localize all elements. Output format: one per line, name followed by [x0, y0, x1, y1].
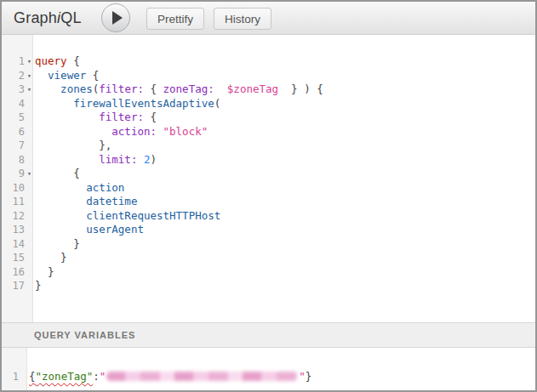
code-text: } — [34, 279, 42, 293]
code-line: 1{"zoneTag":""} — [2, 370, 535, 384]
fold-gutter-spacer — [25, 139, 34, 153]
fold-arrow-icon[interactable]: ▾ — [25, 82, 34, 97]
fold-gutter-spacer — [25, 251, 34, 265]
code-text: query { — [34, 54, 80, 69]
line-number: 6 — [2, 125, 25, 139]
token-pun — [35, 209, 86, 222]
token-pun: } — [35, 251, 67, 264]
token-str: " — [100, 370, 106, 383]
logo-text-ql: QL — [60, 9, 81, 26]
line-number: 4 — [2, 97, 25, 111]
variables-code-lines: 1{"zoneTag":""} — [2, 370, 535, 384]
token-pun — [35, 195, 86, 207]
code-text: action: "block" — [34, 125, 208, 139]
fold-arrow-icon[interactable]: ▾ — [25, 167, 34, 181]
token-prop: action — [86, 181, 124, 194]
fold-arrow-icon[interactable]: ▾ — [25, 54, 34, 69]
line-number: 5 — [2, 111, 25, 125]
token-pun: } — [306, 370, 312, 383]
fold-gutter-spacer — [25, 153, 34, 168]
token-attr: filter: — [99, 111, 144, 123]
fold-gutter-spacer — [25, 279, 34, 293]
token-prop: clientRequestHTTPHost — [86, 209, 220, 222]
token-pun — [35, 223, 86, 236]
code-line: 13 userAgent — [2, 223, 535, 237]
fold-gutter-spacer — [25, 237, 34, 252]
execute-query-button[interactable] — [101, 3, 130, 32]
token-pun: } ) { — [278, 82, 323, 95]
token-attr: action: — [111, 125, 157, 138]
prettify-button[interactable]: Prettify — [146, 8, 204, 30]
code-line: 14 } — [2, 237, 535, 252]
code-text: zones(filter: { zoneTag: $zoneTag } ) { — [34, 82, 323, 97]
history-button[interactable]: History — [214, 8, 271, 30]
fold-gutter-spacer — [19, 370, 28, 384]
fold-gutter-spacer — [25, 195, 34, 209]
code-line: 17} — [2, 279, 535, 293]
token-var: $zoneTag — [227, 82, 278, 95]
toolbar: GraphiQL Prettify History — [2, 2, 535, 35]
code-text: { — [34, 167, 80, 181]
code-line: 3▾ zones(filter: { zoneTag: $zoneTag } )… — [2, 82, 535, 97]
token-pun — [214, 82, 227, 95]
fold-gutter-spacer — [25, 209, 34, 224]
token-str: " — [299, 370, 306, 383]
fold-arrow-icon[interactable]: ▾ — [25, 69, 34, 83]
token-pun — [35, 125, 111, 138]
code-line: 11 datetime — [2, 195, 535, 209]
code-line: 4 firewallEventsAdaptive( — [2, 97, 535, 111]
token-attr: filter: — [99, 82, 144, 95]
code-line: 12 clientRequestHTTPHost — [2, 209, 535, 224]
line-number: 9 — [2, 167, 25, 181]
code-line: 7 }, — [2, 139, 535, 153]
code-line: 16 } — [2, 265, 535, 280]
query-editor[interactable]: 1▾query {2▾ viewer {3▾ zones(filter: { z… — [2, 35, 535, 322]
fold-gutter-spacer — [25, 223, 34, 237]
code-text: filter: { — [34, 111, 157, 125]
token-pun: { — [67, 54, 80, 67]
fold-gutter-spacer — [25, 265, 34, 280]
code-text: action — [34, 181, 124, 196]
fold-gutter-spacer — [25, 125, 34, 139]
code-line: 6 action: "block" — [2, 125, 535, 139]
fold-gutter-spacer — [25, 97, 34, 111]
code-text: datetime — [34, 195, 137, 209]
code-line: 9▾ { — [2, 167, 535, 181]
query-code-lines: 1▾query {2▾ viewer {3▾ zones(filter: { z… — [2, 54, 535, 293]
code-text: firewallEventsAdaptive( — [34, 97, 220, 111]
line-number: 17 — [2, 279, 25, 293]
line-number: 14 — [2, 237, 25, 252]
code-text: viewer { — [34, 69, 99, 83]
token-pun: { — [35, 167, 80, 179]
token-str: "block" — [163, 125, 209, 138]
query-variables-title: QUERY VARIABLES — [34, 330, 135, 340]
variables-line-number-gutter — [2, 348, 27, 390]
token-pun: { — [29, 370, 36, 383]
code-line: 8 limit: 2) — [2, 153, 535, 168]
token-pun — [35, 111, 99, 123]
token-prop: zones — [60, 82, 93, 95]
code-line: 10 action — [2, 181, 535, 196]
query-variables-header[interactable]: QUERY VARIABLES — [2, 322, 535, 348]
code-line: 15 } — [2, 251, 535, 265]
code-text: } — [34, 265, 54, 280]
app-logo: GraphiQL — [14, 2, 82, 34]
token-prop: userAgent — [86, 223, 144, 236]
line-number: 7 — [2, 139, 25, 153]
code-line: 2▾ viewer { — [2, 69, 535, 83]
token-pun — [35, 97, 73, 110]
code-line: 1▾query { — [2, 54, 535, 69]
fold-gutter-spacer — [25, 111, 34, 125]
code-text: } — [34, 251, 67, 265]
token-pun — [35, 69, 48, 82]
token-prop: viewer — [48, 69, 86, 82]
token-pun — [137, 153, 144, 166]
token-attr: zoneTag: — [163, 82, 214, 95]
token-pun — [35, 153, 99, 166]
token-pun: }, — [35, 139, 111, 151]
token-pun: ( — [214, 97, 221, 110]
variables-editor[interactable]: 1{"zoneTag":""} — [2, 348, 535, 390]
line-number: 13 — [2, 223, 25, 237]
code-text: limit: 2) — [34, 153, 157, 168]
token-kw: query — [35, 54, 67, 67]
